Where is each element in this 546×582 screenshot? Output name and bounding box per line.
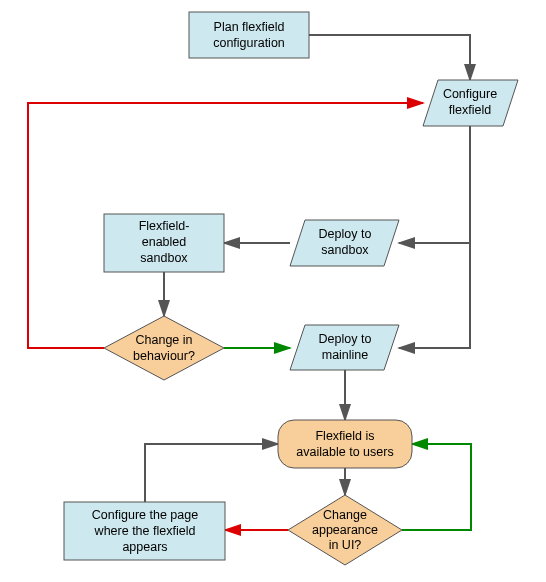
node-decision2-label-3: in UI? bbox=[329, 538, 362, 552]
node-sandbox-label-1: Flexfield- bbox=[139, 219, 190, 233]
svg-rect-6 bbox=[278, 420, 412, 468]
edge-configure-to-deploy-mainline bbox=[399, 243, 470, 348]
node-deploy-sandbox-label-1: Deploy to bbox=[319, 227, 372, 241]
node-plan-label-1: Plan flexfield bbox=[214, 20, 285, 34]
edge-plan-to-configure bbox=[309, 35, 470, 80]
node-decision1-label-1: Change in bbox=[136, 333, 193, 347]
node-decision-appearance: Change appearance in UI? bbox=[288, 495, 402, 565]
node-plan: Plan flexfield configuration bbox=[189, 12, 309, 58]
node-deploy-mainline: Deploy to mainline bbox=[290, 325, 399, 370]
node-decision2-label-2: appearance bbox=[312, 523, 378, 537]
node-available-label-1: Flexfield is bbox=[315, 429, 374, 443]
node-configure-label-1: Configure bbox=[443, 87, 497, 101]
node-decision1-label-2: behaviour? bbox=[133, 349, 195, 363]
node-configure: Configure flexfield bbox=[423, 80, 518, 126]
node-sandbox-label-3: sandbox bbox=[140, 251, 188, 265]
node-config-page: Configure the page where the flexfield a… bbox=[64, 502, 225, 560]
node-deploy-mainline-label-2: mainline bbox=[322, 348, 369, 362]
edge-config-page-to-available bbox=[145, 444, 278, 502]
node-available: Flexfield is available to users bbox=[278, 420, 412, 468]
node-config-page-label-1: Configure the page bbox=[92, 508, 198, 522]
node-config-page-label-2: where the flexfield bbox=[94, 524, 196, 538]
node-sandbox: Flexfield- enabled sandbox bbox=[104, 214, 224, 272]
node-deploy-sandbox: Deploy to sandbox bbox=[290, 220, 399, 266]
node-decision-behaviour: Change in behaviour? bbox=[104, 316, 224, 380]
flowchart-diagram: Plan flexfield configuration Configure f… bbox=[0, 0, 546, 582]
node-decision2-label-1: Change bbox=[323, 508, 367, 522]
node-configure-label-2: flexfield bbox=[449, 103, 491, 117]
node-plan-label-2: configuration bbox=[213, 36, 285, 50]
node-sandbox-label-2: enabled bbox=[142, 235, 187, 249]
node-available-label-2: available to users bbox=[296, 445, 393, 459]
svg-marker-4 bbox=[104, 316, 224, 380]
node-deploy-mainline-label-1: Deploy to bbox=[319, 332, 372, 346]
node-config-page-label-3: appears bbox=[122, 540, 167, 554]
node-deploy-sandbox-label-2: sandbox bbox=[321, 243, 369, 257]
svg-rect-0 bbox=[189, 12, 309, 58]
edge-configure-to-deploy-sandbox bbox=[399, 126, 470, 243]
edge-decision2-no-to-available bbox=[402, 444, 471, 530]
